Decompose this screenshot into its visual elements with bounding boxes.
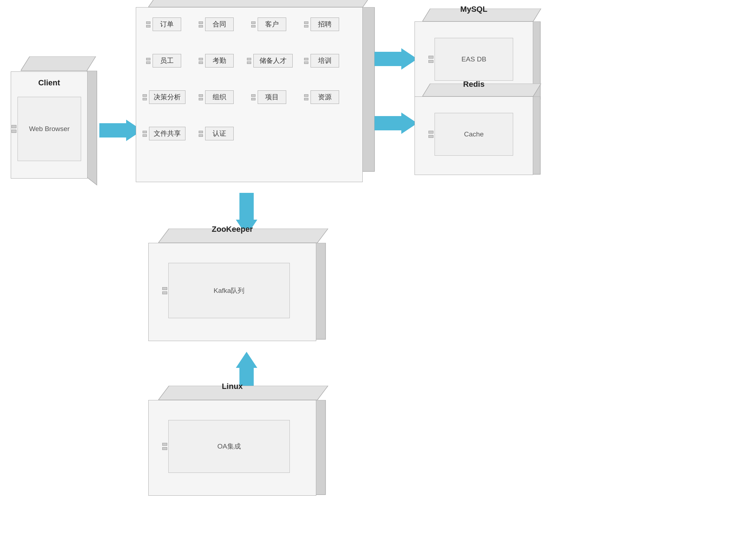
module-yuangong: 员工 bbox=[146, 54, 181, 68]
svg-marker-3 bbox=[148, 0, 375, 7]
linux-right-face bbox=[316, 400, 330, 504]
module-label-yuangong: 员工 bbox=[153, 54, 181, 68]
module-label-dingdan: 订单 bbox=[153, 18, 181, 31]
svg-marker-13 bbox=[316, 243, 326, 339]
module-label-wenjian: 文件共享 bbox=[149, 127, 185, 140]
svg-marker-6 bbox=[374, 112, 417, 134]
linux-title: Linux bbox=[222, 382, 243, 391]
module-label-kehu: 客户 bbox=[258, 18, 286, 31]
client-right-face bbox=[87, 71, 101, 192]
module-label-zuzhi: 组织 bbox=[205, 90, 234, 104]
zookeeper-front: ZooKeeper Kafka队列 bbox=[148, 243, 316, 341]
module-chubeirencai: 储备人才 bbox=[247, 54, 293, 68]
module-dingdan: 订单 bbox=[146, 18, 181, 31]
zookeeper-right-face bbox=[316, 243, 330, 348]
arrow-tomcat-to-mysql bbox=[374, 46, 417, 73]
tomcat-right-face bbox=[362, 7, 380, 189]
module-renzheng: 认证 bbox=[199, 127, 234, 140]
zookeeper-box: ZooKeeper Kafka队列 bbox=[148, 243, 316, 341]
mysql-inner-box: EAS DB bbox=[435, 38, 513, 81]
module-label-renzheng: 认证 bbox=[205, 127, 234, 140]
mysql-component-label: EAS DB bbox=[461, 55, 486, 63]
linux-component-label: OA集成 bbox=[217, 442, 240, 451]
linux-inner-box: OA集成 bbox=[168, 420, 290, 473]
svg-marker-0 bbox=[21, 56, 96, 71]
tomcat-front: Tomcat 订单 合同 bbox=[136, 7, 363, 182]
client-front: Client Web Browser bbox=[11, 71, 88, 179]
module-zhaoping: 招聘 bbox=[304, 18, 339, 31]
module-label-ziyuan: 资源 bbox=[311, 90, 339, 104]
client-inner-box: Web Browser bbox=[18, 97, 81, 161]
svg-marker-15 bbox=[158, 386, 328, 400]
module-label-juecefenxi: 决策分析 bbox=[149, 90, 185, 104]
module-xiangmu: 项目 bbox=[251, 90, 286, 104]
redis-component-label: Cache bbox=[464, 130, 484, 138]
svg-marker-5 bbox=[374, 48, 417, 70]
module-label-kaoqin: 考勤 bbox=[205, 54, 234, 68]
svg-marker-16 bbox=[316, 400, 326, 495]
module-kehu: 客户 bbox=[251, 18, 286, 31]
module-label-zhaoping: 招聘 bbox=[311, 18, 339, 31]
redis-box: Redis Cache bbox=[415, 96, 533, 175]
redis-inner-box: Cache bbox=[435, 113, 513, 156]
client-connector-left bbox=[11, 125, 16, 133]
zookeeper-component-label: Kafka队列 bbox=[214, 286, 245, 295]
module-label-hetong: 合同 bbox=[205, 18, 234, 31]
module-label-xiangmu: 项目 bbox=[258, 90, 286, 104]
module-ziyuan: 资源 bbox=[304, 90, 339, 104]
svg-marker-1 bbox=[87, 71, 97, 185]
svg-marker-4 bbox=[362, 7, 374, 171]
zookeeper-title: ZooKeeper bbox=[212, 225, 253, 234]
module-zuzhi: 组织 bbox=[199, 90, 234, 104]
module-peixun: 培训 bbox=[304, 54, 339, 68]
redis-right-face bbox=[532, 96, 544, 182]
svg-marker-10 bbox=[532, 96, 540, 174]
module-label-peixun: 培训 bbox=[311, 54, 339, 68]
module-kaoqin: 考勤 bbox=[199, 54, 234, 68]
redis-front: Redis Cache bbox=[415, 96, 533, 175]
module-label-chubeirencai: 储备人才 bbox=[253, 54, 293, 68]
diagram-container: Client Web Browser bbox=[0, 0, 754, 560]
client-box: Client Web Browser bbox=[11, 71, 88, 179]
zookeeper-inner-box: Kafka队列 bbox=[168, 263, 290, 318]
module-hetong: 合同 bbox=[199, 18, 234, 31]
mysql-title: MySQL bbox=[460, 5, 487, 14]
linux-front: Linux OA集成 bbox=[148, 400, 316, 496]
linux-box: Linux OA集成 bbox=[148, 400, 316, 496]
module-juecefenxi: 决策分析 bbox=[143, 90, 185, 104]
arrow-tomcat-to-redis bbox=[374, 111, 417, 137]
client-title: Client bbox=[38, 78, 60, 88]
module-wenjian: 文件共享 bbox=[143, 127, 185, 140]
tomcat-box: Tomcat 订单 合同 bbox=[136, 7, 363, 182]
redis-title: Redis bbox=[463, 80, 485, 89]
client-component-label: Web Browser bbox=[29, 125, 70, 133]
